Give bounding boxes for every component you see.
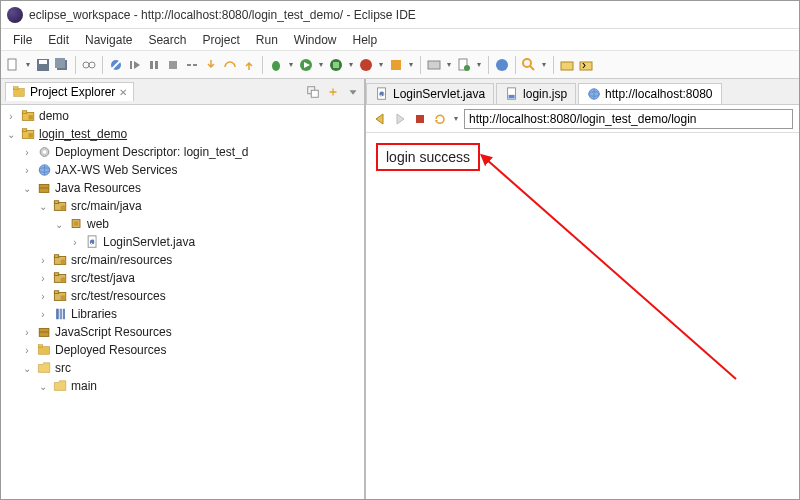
tree-item[interactable]: ›Deployed Resources [1, 341, 364, 359]
collapse-icon[interactable]: ⌄ [53, 219, 65, 230]
view-menu-icon[interactable] [346, 85, 360, 99]
search-dropdown-icon[interactable]: ▾ [540, 57, 548, 73]
run-icon[interactable] [298, 57, 314, 73]
editor-tab[interactable]: http://localhost:8080 [578, 83, 721, 104]
tree-item-label: Libraries [71, 307, 117, 321]
server-dropdown-icon[interactable]: ▾ [445, 57, 453, 73]
main-toolbar: ▾ ▾ ▾ ▾ ▾ ▾ ▾ ▾ ▾ › [1, 51, 799, 79]
step-into-icon[interactable] [203, 57, 219, 73]
expand-icon[interactable]: › [37, 291, 49, 302]
project-tree[interactable]: ›demo⌄login_test_demo›Deployment Descrip… [1, 105, 364, 500]
menu-help[interactable]: Help [345, 31, 386, 49]
tree-item[interactable]: ⌄main [1, 377, 364, 395]
url-input[interactable] [464, 109, 793, 129]
back-icon[interactable] [372, 111, 388, 127]
server-icon[interactable] [426, 57, 442, 73]
expand-icon[interactable]: › [21, 147, 33, 158]
suspend-icon[interactable] [146, 57, 162, 73]
external-tools-dropdown-icon[interactable]: ▾ [407, 57, 415, 73]
forward-icon[interactable] [392, 111, 408, 127]
new-dropdown-icon[interactable]: ▾ [24, 57, 32, 73]
collapse-all-icon[interactable] [306, 85, 320, 99]
refresh-icon[interactable] [432, 111, 448, 127]
expand-icon[interactable]: › [21, 345, 33, 356]
tree-item[interactable]: ›LoginServlet.java [1, 233, 364, 251]
debug-dropdown-icon[interactable]: ▾ [287, 57, 295, 73]
expand-icon[interactable]: › [21, 327, 33, 338]
svg-point-24 [496, 59, 508, 71]
expand-icon[interactable]: › [21, 165, 33, 176]
run-dropdown-icon[interactable]: ▾ [317, 57, 325, 73]
new-icon[interactable] [5, 57, 21, 73]
project-explorer-tab[interactable]: Project Explorer ✕ [5, 82, 134, 101]
open-type-icon[interactable] [494, 57, 510, 73]
stop-icon[interactable] [412, 111, 428, 127]
window-title: eclipse_workspace - http://localhost:808… [29, 8, 416, 22]
tree-item[interactable]: ›Deployment Descriptor: login_test_d [1, 143, 364, 161]
menu-search[interactable]: Search [140, 31, 194, 49]
collapse-icon[interactable]: ⌄ [21, 363, 33, 374]
svg-point-25 [523, 59, 531, 67]
open-resource-icon[interactable]: › [578, 57, 594, 73]
collapse-icon[interactable]: ⌄ [37, 381, 49, 392]
svg-point-5 [83, 62, 89, 68]
svg-marker-34 [350, 90, 357, 94]
disconnect-icon[interactable] [184, 57, 200, 73]
editor-tab[interactable]: LoginServlet.java [366, 83, 494, 104]
step-return-icon[interactable] [241, 57, 257, 73]
url-history-dropdown-icon[interactable]: ▾ [452, 111, 460, 127]
new-server-dropdown-icon[interactable]: ▾ [475, 57, 483, 73]
tree-item[interactable]: ⌄src [1, 359, 364, 377]
tree-item-label: src [55, 361, 71, 375]
svg-rect-0 [8, 59, 16, 70]
collapse-icon[interactable]: ⌄ [21, 183, 33, 194]
menu-navigate[interactable]: Navigate [77, 31, 140, 49]
run-last-dropdown-icon[interactable]: ▾ [377, 57, 385, 73]
link-editor-icon[interactable] [326, 85, 340, 99]
open-task-icon[interactable] [559, 57, 575, 73]
new-server-icon[interactable] [456, 57, 472, 73]
menu-run[interactable]: Run [248, 31, 286, 49]
link-icon[interactable] [81, 57, 97, 73]
tree-item[interactable]: ⌄Java Resources [1, 179, 364, 197]
external-tools-icon[interactable] [388, 57, 404, 73]
tree-item[interactable]: ›JavaScript Resources [1, 323, 364, 341]
expand-icon[interactable]: › [37, 309, 49, 320]
svg-line-40 [486, 159, 736, 379]
tree-item[interactable]: ›src/test/java [1, 269, 364, 287]
save-all-icon[interactable] [54, 57, 70, 73]
svg-line-26 [530, 66, 534, 70]
tree-item[interactable]: ⌄src/main/java [1, 197, 364, 215]
expand-icon[interactable]: › [37, 255, 49, 266]
save-icon[interactable] [35, 57, 51, 73]
tree-item[interactable]: ⌄web [1, 215, 364, 233]
close-icon[interactable]: ✕ [119, 87, 127, 98]
collapse-icon[interactable]: ⌄ [37, 201, 49, 212]
coverage-dropdown-icon[interactable]: ▾ [347, 57, 355, 73]
search-icon[interactable] [521, 57, 537, 73]
step-over-icon[interactable] [222, 57, 238, 73]
skip-breakpoints-icon[interactable] [108, 57, 124, 73]
tree-item[interactable]: ⌄login_test_demo [1, 125, 364, 143]
tree-item[interactable]: ›src/main/resources [1, 251, 364, 269]
pkg2-icon [68, 217, 84, 231]
menu-window[interactable]: Window [286, 31, 345, 49]
menu-project[interactable]: Project [194, 31, 247, 49]
tree-item[interactable]: ›demo [1, 107, 364, 125]
resume-icon[interactable] [127, 57, 143, 73]
expand-icon[interactable]: › [37, 273, 49, 284]
tree-item[interactable]: ›src/test/resources [1, 287, 364, 305]
menu-edit[interactable]: Edit [40, 31, 77, 49]
collapse-icon[interactable]: ⌄ [5, 129, 17, 140]
editor-tab[interactable]: login.jsp [496, 83, 576, 104]
debug-icon[interactable] [268, 57, 284, 73]
expand-icon[interactable]: › [5, 111, 17, 122]
tree-item[interactable]: ›JAX-WS Web Services [1, 161, 364, 179]
menu-file[interactable]: File [5, 31, 40, 49]
terminate-icon[interactable] [165, 57, 181, 73]
expand-icon[interactable]: › [69, 237, 81, 248]
tree-item[interactable]: ›Libraries [1, 305, 364, 323]
coverage-icon[interactable] [328, 57, 344, 73]
run-last-icon[interactable] [358, 57, 374, 73]
svg-marker-36 [397, 114, 404, 124]
